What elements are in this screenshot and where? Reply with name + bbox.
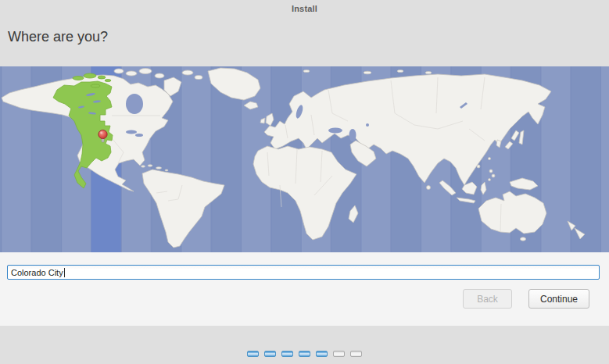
progress-dots (0, 351, 609, 357)
footer-bar (0, 326, 609, 364)
text-caret (64, 268, 65, 277)
progress-dot (350, 351, 362, 357)
city-input-text: Colorado City (11, 268, 63, 277)
progress-dot (333, 351, 345, 357)
city-search-input[interactable]: Colorado City (7, 265, 600, 280)
back-button[interactable]: Back (463, 289, 512, 309)
location-panel: Colorado City Back Continue (0, 252, 609, 326)
world-map[interactable] (0, 66, 609, 252)
progress-dot (264, 351, 276, 357)
titlebar: Install (0, 0, 609, 17)
progress-dot (281, 351, 293, 357)
progress-dot (247, 351, 259, 357)
progress-dot (299, 351, 310, 357)
window-title: Install (292, 4, 317, 13)
timezone-map[interactable] (0, 66, 609, 252)
installer-window: Install Where are you? (0, 0, 609, 364)
progress-dot (316, 351, 328, 357)
page-heading: Where are you? (8, 29, 108, 45)
continue-button[interactable]: Continue (528, 289, 589, 309)
